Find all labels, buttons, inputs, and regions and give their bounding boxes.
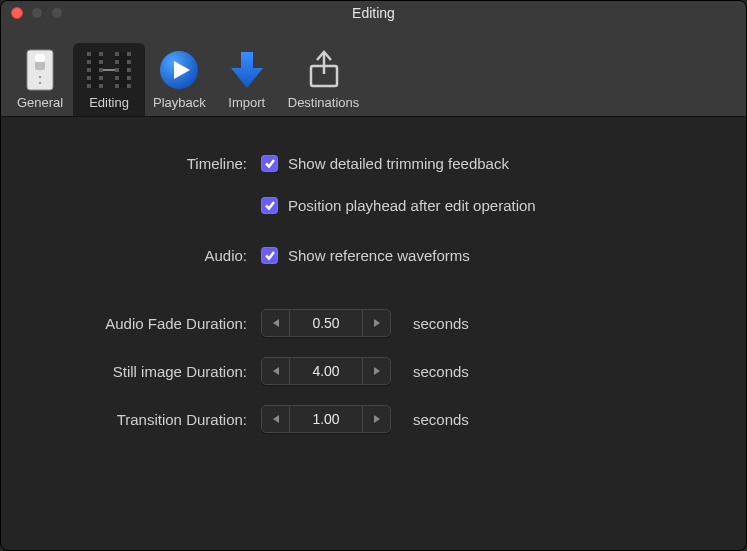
tab-label: General: [17, 95, 63, 110]
stepper-value[interactable]: 1.00: [290, 406, 362, 432]
unit-label: seconds: [413, 363, 469, 380]
svg-rect-9: [99, 60, 103, 64]
svg-marker-36: [273, 415, 279, 423]
audio-label: Audio:: [41, 247, 261, 264]
window-controls: [11, 7, 63, 19]
editing-pane: Timeline: Show detailed trimming feedbac…: [1, 117, 746, 433]
tab-general[interactable]: General: [7, 43, 73, 116]
stepper-increment[interactable]: [362, 358, 390, 384]
editing-icon: [81, 47, 137, 93]
stepper-decrement[interactable]: [262, 310, 290, 336]
svg-rect-10: [87, 68, 91, 72]
tab-label: Import: [228, 95, 265, 110]
svg-rect-15: [99, 84, 103, 88]
svg-rect-26: [127, 84, 131, 88]
svg-rect-18: [127, 52, 131, 56]
checkbox-reference-waveforms[interactable]: [261, 247, 278, 264]
close-window-button[interactable]: [11, 7, 23, 19]
svg-marker-35: [374, 367, 380, 375]
window-title: Editing: [1, 5, 746, 21]
tab-import[interactable]: Import: [214, 43, 280, 116]
svg-marker-32: [273, 319, 279, 327]
stepper-decrement[interactable]: [262, 406, 290, 432]
svg-rect-24: [127, 76, 131, 80]
svg-rect-13: [99, 76, 103, 80]
svg-rect-4: [39, 82, 41, 84]
svg-rect-8: [87, 60, 91, 64]
audio-fade-label: Audio Fade Duration:: [41, 315, 261, 332]
svg-rect-6: [87, 52, 91, 56]
svg-rect-23: [115, 76, 119, 80]
preferences-toolbar: General: [1, 25, 746, 117]
checkbox-trimming-feedback[interactable]: [261, 155, 278, 172]
titlebar: Editing: [1, 1, 746, 25]
unit-label: seconds: [413, 315, 469, 332]
svg-rect-11: [99, 68, 103, 72]
svg-rect-25: [115, 84, 119, 88]
svg-marker-37: [374, 415, 380, 423]
svg-marker-33: [374, 319, 380, 327]
svg-rect-3: [39, 76, 41, 78]
svg-rect-17: [115, 52, 119, 56]
still-image-label: Still image Duration:: [41, 363, 261, 380]
general-icon: [23, 47, 57, 93]
stepper-value[interactable]: 4.00: [290, 358, 362, 384]
playback-icon: [157, 47, 201, 93]
checkbox-label: Show reference waveforms: [288, 247, 470, 264]
tab-destinations[interactable]: Destinations: [280, 43, 368, 116]
tab-playback[interactable]: Playback: [145, 43, 214, 116]
audio-fade-stepper[interactable]: 0.50: [261, 309, 391, 337]
transition-stepper[interactable]: 1.00: [261, 405, 391, 433]
timeline-label: Timeline:: [41, 155, 261, 172]
still-image-stepper[interactable]: 4.00: [261, 357, 391, 385]
tab-label: Destinations: [288, 95, 360, 110]
stepper-increment[interactable]: [362, 310, 390, 336]
svg-rect-22: [127, 68, 131, 72]
stepper-decrement[interactable]: [262, 358, 290, 384]
destinations-icon: [305, 47, 343, 93]
checkbox-label: Show detailed trimming feedback: [288, 155, 509, 172]
import-icon: [227, 47, 267, 93]
checkbox-position-playhead[interactable]: [261, 197, 278, 214]
minimize-window-button[interactable]: [31, 7, 43, 19]
checkbox-label: Position playhead after edit operation: [288, 197, 536, 214]
svg-rect-7: [99, 52, 103, 56]
svg-marker-34: [273, 367, 279, 375]
tab-label: Editing: [89, 95, 129, 110]
tab-label: Playback: [153, 95, 206, 110]
zoom-window-button[interactable]: [51, 7, 63, 19]
tab-editing[interactable]: Editing: [73, 43, 145, 116]
svg-rect-21: [115, 68, 119, 72]
svg-rect-2: [35, 54, 45, 62]
stepper-increment[interactable]: [362, 406, 390, 432]
unit-label: seconds: [413, 411, 469, 428]
transition-label: Transition Duration:: [41, 411, 261, 428]
stepper-value[interactable]: 0.50: [290, 310, 362, 336]
svg-rect-14: [87, 84, 91, 88]
svg-rect-12: [87, 76, 91, 80]
svg-rect-19: [115, 60, 119, 64]
svg-rect-20: [127, 60, 131, 64]
